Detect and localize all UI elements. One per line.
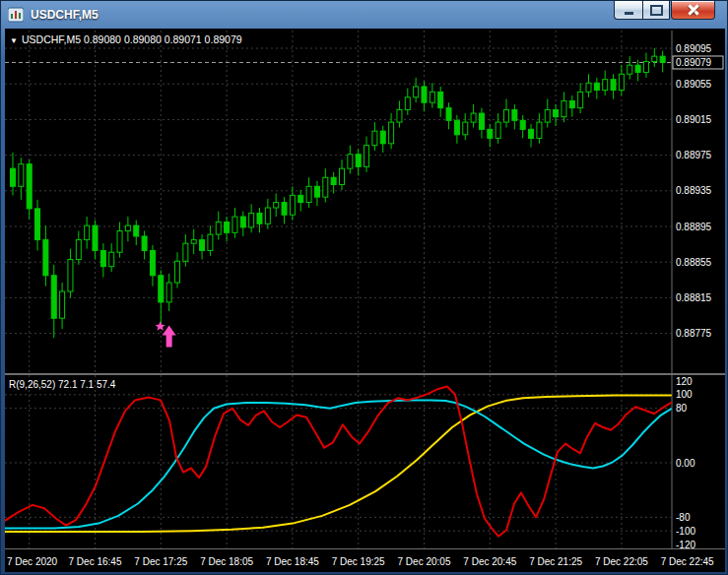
svg-text:80: 80 — [676, 403, 688, 414]
svg-text:-80: -80 — [676, 512, 691, 523]
price-axis[interactable]: 0.890950.890550.890150.889750.889350.888… — [673, 43, 723, 340]
svg-text:0.88935: 0.88935 — [676, 185, 712, 196]
svg-text:0.88975: 0.88975 — [676, 150, 712, 160]
time-axis[interactable]: 7 Dec 20207 Dec 16:457 Dec 17:257 Dec 18… — [7, 556, 714, 567]
ohlc-info-line: USDCHF,M5 0.89080 0.89080 0.89071 0.8907… — [22, 33, 242, 45]
chart-client-area: 0.890950.890550.890150.889750.889350.888… — [5, 29, 725, 572]
close-button[interactable] — [671, 1, 715, 20]
svg-text:7 Dec 18:05: 7 Dec 18:05 — [200, 556, 253, 567]
svg-text:7 Dec 18:45: 7 Dec 18:45 — [266, 556, 319, 567]
svg-text:7 Dec 20:45: 7 Dec 20:45 — [463, 556, 516, 567]
svg-text:0.89055: 0.89055 — [676, 79, 712, 90]
price-chart-canvas[interactable]: 0.890950.890550.890150.889750.889350.888… — [5, 29, 725, 572]
close-icon — [688, 5, 699, 15]
svg-text:0.88855: 0.88855 — [676, 257, 712, 268]
candlesticks — [11, 48, 666, 338]
svg-text:7 Dec 2020: 7 Dec 2020 — [7, 556, 58, 567]
minimize-button[interactable] — [614, 1, 642, 20]
maximize-button[interactable] — [642, 1, 670, 20]
svg-text:7 Dec 21:25: 7 Dec 21:25 — [529, 556, 582, 567]
chart-window-icon — [8, 7, 26, 23]
oscillator-scale[interactable]: 120100800.00-80-100-120 — [676, 376, 695, 550]
minimize-icon — [625, 12, 633, 15]
window-controls — [614, 1, 715, 20]
svg-text:0.88815: 0.88815 — [676, 292, 712, 303]
svg-text:0.89015: 0.89015 — [676, 114, 712, 125]
oscillator-line-fast — [5, 387, 671, 537]
svg-text:7 Dec 17:25: 7 Dec 17:25 — [134, 556, 187, 567]
oscillator-series — [5, 387, 671, 537]
indicator-info-line: R(9,26,52) 72.1 7.1 57.4 — [9, 379, 116, 390]
buy-signal-arrow — [156, 321, 176, 347]
svg-text:0.89095: 0.89095 — [676, 43, 712, 54]
pane-separators[interactable] — [5, 31, 725, 549]
svg-text:0.00: 0.00 — [676, 458, 695, 469]
svg-text:0.88895: 0.88895 — [676, 222, 712, 232]
svg-text:100: 100 — [676, 389, 693, 400]
svg-text:-100: -100 — [676, 526, 695, 537]
svg-text:120: 120 — [676, 376, 693, 387]
svg-text:7 Dec 19:25: 7 Dec 19:25 — [332, 556, 385, 567]
maximize-icon — [650, 5, 663, 16]
window-title: USDCHF,M5 — [31, 8, 99, 22]
symbol-expander-icon: ▼ — [10, 36, 18, 45]
svg-text:7 Dec 16:45: 7 Dec 16:45 — [69, 556, 122, 567]
svg-text:0.89079: 0.89079 — [676, 57, 712, 68]
svg-text:-120: -120 — [676, 540, 695, 550]
svg-text:7 Dec 22:05: 7 Dec 22:05 — [595, 556, 648, 567]
svg-text:0.88775: 0.88775 — [676, 328, 712, 339]
svg-text:7 Dec 22:45: 7 Dec 22:45 — [661, 556, 714, 567]
chart-info: ▼USDCHF,M5 0.89080 0.89080 0.89071 0.890… — [9, 33, 242, 390]
window-titlebar[interactable]: USDCHF,M5 — [5, 1, 723, 29]
svg-text:7 Dec 20:05: 7 Dec 20:05 — [398, 556, 451, 567]
chart-window: USDCHF,M5 0.890950.890550.890150.889750.… — [0, 0, 728, 575]
